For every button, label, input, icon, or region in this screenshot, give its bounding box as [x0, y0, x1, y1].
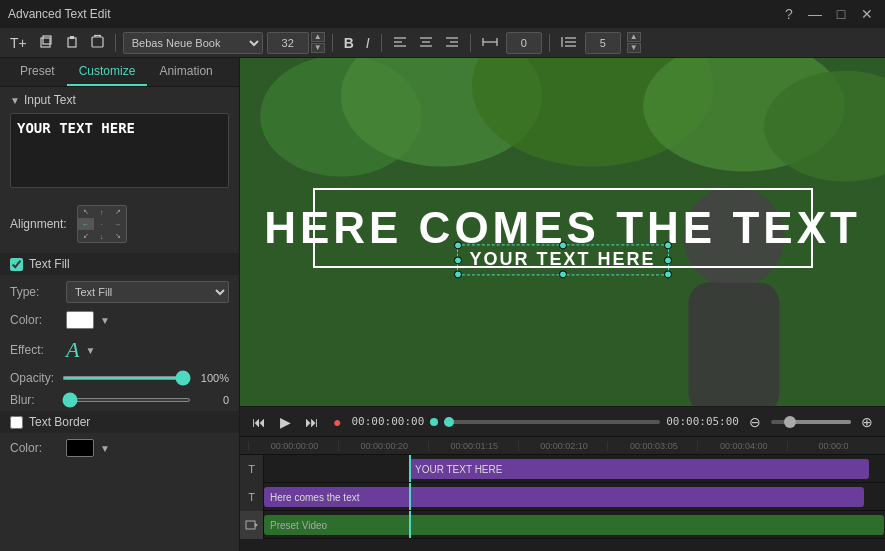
- effect-icon: A: [66, 337, 79, 362]
- align-mid-left[interactable]: ←: [78, 218, 94, 230]
- preview-small-text-label: YOUR TEXT HERE: [469, 249, 655, 269]
- tab-animation[interactable]: Animation: [147, 58, 224, 86]
- zoom-out-button[interactable]: ⊖: [745, 412, 765, 432]
- font-select[interactable]: Bebas Neue Book: [123, 32, 263, 54]
- align-center-button[interactable]: [415, 33, 437, 53]
- zoom-fill: [791, 420, 851, 424]
- zoom-in-button[interactable]: ⊕: [857, 412, 877, 432]
- zoom-track[interactable]: [771, 420, 851, 424]
- type-select[interactable]: Text Fill: [66, 281, 229, 303]
- text-border-label: Text Border: [29, 415, 90, 429]
- progress-track[interactable]: [444, 420, 660, 424]
- spacing-value-input[interactable]: [506, 32, 542, 54]
- playhead-line-3: [409, 511, 411, 538]
- input-text-header[interactable]: ▼ Input Text: [10, 93, 229, 107]
- close-button[interactable]: ✕: [857, 4, 877, 24]
- paste-icon: [65, 34, 79, 48]
- rewind-button[interactable]: ⏮: [248, 412, 270, 432]
- input-text-area[interactable]: YOUR TEXT HERE: [10, 113, 229, 188]
- align-bot-right[interactable]: ↘: [110, 230, 126, 242]
- divider-4: [470, 34, 471, 52]
- copy-button[interactable]: [35, 32, 57, 53]
- ruler-mark-5: 00:00:04:00: [697, 441, 787, 451]
- line-spacing-button[interactable]: [557, 33, 581, 53]
- line-spacing-down[interactable]: ▼: [627, 43, 641, 53]
- align-mid-right[interactable]: →: [110, 218, 126, 230]
- align-bot-left[interactable]: ↙: [78, 230, 94, 242]
- input-text-label: Input Text: [24, 93, 76, 107]
- track-2-content[interactable]: Here comes the text: [264, 483, 885, 510]
- font-size-up[interactable]: ▲: [311, 32, 325, 42]
- font-size-down[interactable]: ▼: [311, 43, 325, 53]
- svg-rect-3: [70, 36, 74, 39]
- track-3-icon: [240, 511, 264, 539]
- minimize-button[interactable]: —: [805, 4, 825, 24]
- record-button[interactable]: ●: [329, 412, 345, 432]
- line-spacing-up[interactable]: ▲: [627, 32, 641, 42]
- clip-text-here[interactable]: YOUR TEXT HERE: [409, 459, 869, 479]
- tab-customize[interactable]: Customize: [67, 58, 148, 86]
- handle-tl: [453, 241, 461, 249]
- alignment-grid[interactable]: ↖ ↑ ↗ ← · → ↙ ↓ ↘: [77, 205, 127, 243]
- tab-bar: Preset Customize Animation: [0, 58, 239, 87]
- color-dropdown-arrow[interactable]: ▼: [100, 315, 110, 326]
- font-size-input[interactable]: [267, 32, 309, 54]
- progress-thumb: [444, 417, 454, 427]
- playback-bar: ⏮ ▶ ⏭ ● 00:00:00:00 00:00:05:00 ⊖ ⊕: [240, 406, 885, 436]
- right-area: HERE COMES THE TEXT YOUR TEXT HERE ⏮ ▶ ⏭…: [240, 58, 885, 551]
- play-button[interactable]: ▶: [276, 412, 295, 432]
- track-1-content[interactable]: YOUR TEXT HERE: [264, 455, 885, 482]
- align-right-button[interactable]: [441, 33, 463, 53]
- italic-button[interactable]: I: [362, 33, 374, 53]
- line-spacing-value-input[interactable]: [585, 32, 621, 54]
- spacing-button[interactable]: [478, 33, 502, 53]
- color-swatch[interactable]: [66, 311, 94, 329]
- blur-value: 0: [199, 394, 229, 406]
- playhead-line-1: [409, 455, 411, 482]
- clip-preset-video[interactable]: Preset Video: [264, 515, 884, 535]
- maximize-button[interactable]: □: [831, 4, 851, 24]
- ruler-mark-3: 00:00:02:10: [518, 441, 608, 451]
- main-area: Preset Customize Animation ▼ Input Text …: [0, 58, 885, 551]
- delete-button[interactable]: [87, 32, 108, 53]
- timeline-area: 00:00:00:00 00:00:00:20 00:00:01:15 00:0…: [240, 436, 885, 551]
- effect-label: Effect:: [10, 343, 60, 357]
- spacing-icon: [482, 36, 498, 48]
- tab-preset[interactable]: Preset: [8, 58, 67, 86]
- align-left-icon: [393, 36, 407, 48]
- timeline-track-3: Preset Video: [240, 511, 885, 539]
- border-color-dropdown-arrow[interactable]: ▼: [100, 443, 110, 454]
- total-timecode: 00:00:05:00: [666, 415, 739, 428]
- text-border-checkbox[interactable]: [10, 416, 23, 429]
- help-button[interactable]: ?: [779, 4, 799, 24]
- clip-here-comes[interactable]: Here comes the text: [264, 487, 864, 507]
- paste-button[interactable]: [61, 32, 83, 53]
- bold-button[interactable]: B: [340, 33, 358, 53]
- text-fill-checkbox[interactable]: [10, 258, 23, 271]
- preview-small-text[interactable]: YOUR TEXT HERE: [456, 244, 668, 275]
- svg-rect-2: [68, 38, 76, 47]
- opacity-slider[interactable]: [62, 376, 191, 380]
- current-timecode: 00:00:00:00: [351, 415, 424, 428]
- step-forward-button[interactable]: ⏭: [301, 412, 323, 432]
- blur-slider[interactable]: [62, 398, 191, 402]
- border-color-swatch[interactable]: [66, 439, 94, 457]
- align-top-right[interactable]: ↗: [110, 206, 126, 218]
- effect-dropdown-arrow[interactable]: ▼: [85, 345, 95, 356]
- ruler-marks: 00:00:00:00 00:00:00:20 00:00:01:15 00:0…: [248, 441, 877, 451]
- blur-row: Blur: 0: [0, 389, 239, 411]
- effect-button[interactable]: A: [66, 337, 79, 363]
- align-bot-center[interactable]: ↓: [94, 230, 110, 242]
- align-left-button[interactable]: [389, 33, 411, 53]
- ruler-mark-0: 00:00:00:00: [248, 441, 338, 451]
- svg-rect-0: [41, 38, 50, 47]
- align-mid-center[interactable]: ·: [94, 218, 110, 230]
- track-3-content[interactable]: Preset Video: [264, 511, 885, 538]
- handle-tm: [559, 241, 567, 249]
- timeline-track-2: T Here comes the text: [240, 483, 885, 511]
- window-controls: ? — □ ✕: [779, 4, 877, 24]
- align-top-center[interactable]: ↑: [94, 206, 110, 218]
- align-top-left[interactable]: ↖: [78, 206, 94, 218]
- add-text-button[interactable]: T+: [6, 33, 31, 53]
- zoom-thumb[interactable]: [784, 416, 796, 428]
